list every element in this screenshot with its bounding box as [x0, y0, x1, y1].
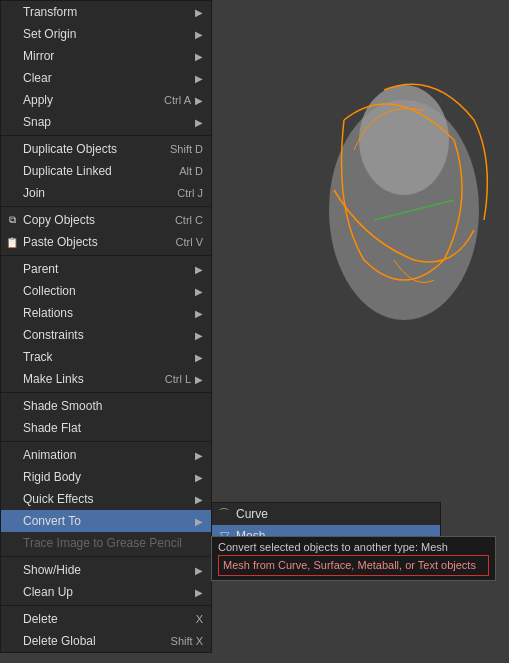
- menu-item-track[interactable]: Track▶: [1, 346, 211, 368]
- shortcut-delete: X: [196, 613, 203, 625]
- menu-label-delete-global: Delete Global: [23, 634, 163, 648]
- arrow-relations: ▶: [195, 308, 203, 319]
- arrow-clear: ▶: [195, 73, 203, 84]
- menu-item-paste-objects[interactable]: 📋Paste ObjectsCtrl V: [1, 231, 211, 253]
- menu-label-convert-to: Convert To: [23, 514, 191, 528]
- menu-item-duplicate-objects[interactable]: Duplicate ObjectsShift D: [1, 138, 211, 160]
- menu-item-convert-to[interactable]: Convert To▶: [1, 510, 211, 532]
- arrow-show-hide: ▶: [195, 565, 203, 576]
- menu-item-clear[interactable]: Clear▶: [1, 67, 211, 89]
- menu-item-transform[interactable]: Transform▶: [1, 1, 211, 23]
- separator: [1, 392, 211, 393]
- menu-label-animation: Animation: [23, 448, 191, 462]
- context-menu: Transform▶Set Origin▶Mirror▶Clear▶ApplyC…: [0, 0, 212, 653]
- tooltip-box: Convert selected objects to another type…: [211, 536, 496, 581]
- menu-label-clear: Clear: [23, 71, 191, 85]
- arrow-parent: ▶: [195, 264, 203, 275]
- menu-label-trace-image: Trace Image to Grease Pencil: [23, 536, 203, 550]
- menu-item-shade-smooth[interactable]: Shade Smooth: [1, 395, 211, 417]
- menu-label-clean-up: Clean Up: [23, 585, 191, 599]
- arrow-constraints: ▶: [195, 330, 203, 341]
- 3d-object: [314, 60, 494, 320]
- separator: [1, 556, 211, 557]
- arrow-transform: ▶: [195, 7, 203, 18]
- menu-item-parent[interactable]: Parent▶: [1, 258, 211, 280]
- menu-label-rigid-body: Rigid Body: [23, 470, 191, 484]
- svg-point-1: [359, 85, 449, 195]
- arrow-rigid-body: ▶: [195, 472, 203, 483]
- menu-label-transform: Transform: [23, 5, 191, 19]
- menu-label-constraints: Constraints: [23, 328, 191, 342]
- menu-label-mirror: Mirror: [23, 49, 191, 63]
- menu-label-join: Join: [23, 186, 169, 200]
- copy-icon: ⧉: [5, 213, 19, 227]
- arrow-mirror: ▶: [195, 51, 203, 62]
- curve-icon: ⌒: [216, 506, 232, 522]
- menu-item-join[interactable]: JoinCtrl J: [1, 182, 211, 204]
- arrow-track: ▶: [195, 352, 203, 363]
- menu-item-delete-global[interactable]: Delete GlobalShift X: [1, 630, 211, 652]
- submenu-item-curve[interactable]: ⌒Curve: [212, 503, 440, 525]
- shortcut-join: Ctrl J: [177, 187, 203, 199]
- shortcut-delete-global: Shift X: [171, 635, 203, 647]
- menu-item-constraints[interactable]: Constraints▶: [1, 324, 211, 346]
- menu-item-animation[interactable]: Animation▶: [1, 444, 211, 466]
- menu-label-set-origin: Set Origin: [23, 27, 191, 41]
- menu-label-paste-objects: Paste Objects: [23, 235, 168, 249]
- menu-item-quick-effects[interactable]: Quick Effects▶: [1, 488, 211, 510]
- menu-item-trace-image: Trace Image to Grease Pencil: [1, 532, 211, 554]
- shortcut-duplicate-objects: Shift D: [170, 143, 203, 155]
- menu-item-delete[interactable]: DeleteX: [1, 608, 211, 630]
- menu-item-shade-flat[interactable]: Shade Flat: [1, 417, 211, 439]
- menu-item-make-links[interactable]: Make LinksCtrl L▶: [1, 368, 211, 390]
- menu-item-clean-up[interactable]: Clean Up▶: [1, 581, 211, 603]
- menu-item-show-hide[interactable]: Show/Hide▶: [1, 559, 211, 581]
- shortcut-paste-objects: Ctrl V: [176, 236, 204, 248]
- separator: [1, 255, 211, 256]
- arrow-convert-to: ▶: [195, 516, 203, 527]
- shortcut-make-links: Ctrl L: [165, 373, 191, 385]
- tooltip-desc: Mesh from Curve, Surface, Metaball, or T…: [218, 555, 489, 576]
- menu-label-collection: Collection: [23, 284, 191, 298]
- menu-label-apply: Apply: [23, 93, 156, 107]
- arrow-animation: ▶: [195, 450, 203, 461]
- menu-label-relations: Relations: [23, 306, 191, 320]
- menu-item-copy-objects[interactable]: ⧉Copy ObjectsCtrl C: [1, 209, 211, 231]
- arrow-collection: ▶: [195, 286, 203, 297]
- shortcut-duplicate-linked: Alt D: [179, 165, 203, 177]
- menu-item-relations[interactable]: Relations▶: [1, 302, 211, 324]
- menu-item-duplicate-linked[interactable]: Duplicate LinkedAlt D: [1, 160, 211, 182]
- arrow-snap: ▶: [195, 117, 203, 128]
- menu-item-collection[interactable]: Collection▶: [1, 280, 211, 302]
- arrow-set-origin: ▶: [195, 29, 203, 40]
- shortcut-apply: Ctrl A: [164, 94, 191, 106]
- separator: [1, 441, 211, 442]
- menu-item-mirror[interactable]: Mirror▶: [1, 45, 211, 67]
- menu-label-quick-effects: Quick Effects: [23, 492, 191, 506]
- menu-label-track: Track: [23, 350, 191, 364]
- menu-label-parent: Parent: [23, 262, 191, 276]
- paste-icon: 📋: [5, 235, 19, 249]
- separator: [1, 206, 211, 207]
- menu-label-delete: Delete: [23, 612, 188, 626]
- menu-label-make-links: Make Links: [23, 372, 157, 386]
- menu-item-rigid-body[interactable]: Rigid Body▶: [1, 466, 211, 488]
- tooltip-title: Convert selected objects to another type…: [218, 541, 489, 553]
- arrow-clean-up: ▶: [195, 587, 203, 598]
- arrow-apply: ▶: [195, 95, 203, 106]
- menu-item-snap[interactable]: Snap▶: [1, 111, 211, 133]
- menu-label-show-hide: Show/Hide: [23, 563, 191, 577]
- menu-item-apply[interactable]: ApplyCtrl A▶: [1, 89, 211, 111]
- arrow-quick-effects: ▶: [195, 494, 203, 505]
- menu-item-set-origin[interactable]: Set Origin▶: [1, 23, 211, 45]
- menu-label-snap: Snap: [23, 115, 191, 129]
- submenu-label-curve: Curve: [236, 507, 268, 521]
- separator: [1, 605, 211, 606]
- shortcut-copy-objects: Ctrl C: [175, 214, 203, 226]
- menu-label-shade-flat: Shade Flat: [23, 421, 203, 435]
- arrow-make-links: ▶: [195, 374, 203, 385]
- menu-label-shade-smooth: Shade Smooth: [23, 399, 203, 413]
- separator: [1, 135, 211, 136]
- menu-label-duplicate-objects: Duplicate Objects: [23, 142, 162, 156]
- menu-label-copy-objects: Copy Objects: [23, 213, 167, 227]
